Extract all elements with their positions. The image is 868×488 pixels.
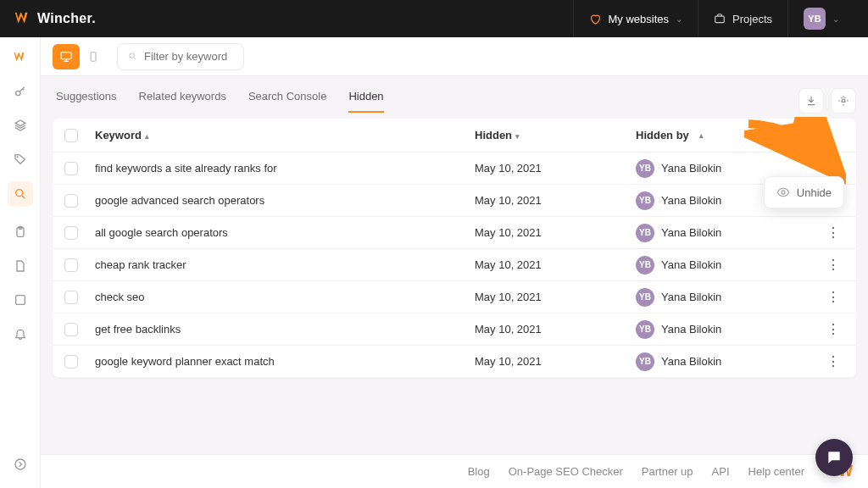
cell-hidden-date: May 10, 2021	[475, 194, 636, 207]
keywords-table: Keyword▴ Hidden▾ Hidden by▴ find keyword…	[53, 119, 856, 378]
column-hidden[interactable]: Hidden▾	[475, 129, 636, 141]
cell-hidden-by: YBYana Bilokin	[636, 288, 822, 307]
avatar: YB	[636, 320, 654, 339]
chevron-down-icon: ⌄	[832, 14, 839, 24]
avatar: YB	[804, 8, 826, 30]
footer: Blog On-Page SEO Checker Partner up API …	[41, 454, 868, 488]
table-row: all google search operatorsMay 10, 2021Y…	[53, 217, 856, 249]
row-menu-button[interactable]: ⋮	[822, 289, 844, 305]
svg-point-10	[130, 53, 135, 58]
wincher-icon[interactable]	[12, 49, 29, 66]
row-checkbox[interactable]	[64, 226, 78, 240]
svg-point-12	[782, 191, 785, 194]
footer-checker[interactable]: On-Page SEO Checker	[509, 465, 623, 478]
row-checkbox[interactable]	[64, 355, 78, 369]
brand-logo[interactable]: Wincher.	[14, 9, 96, 28]
avatar: YB	[636, 191, 654, 210]
table-row: check seoMay 10, 2021YBYana Bilokin⋮	[53, 281, 856, 313]
svg-point-3	[15, 190, 22, 197]
column-keyword[interactable]: Keyword▴	[95, 129, 475, 141]
footer-partner[interactable]: Partner up	[642, 465, 693, 478]
search-icon[interactable]	[8, 181, 33, 207]
sort-asc-icon: ▴	[699, 131, 704, 140]
desktop-toggle[interactable]	[53, 44, 80, 69]
filter-input[interactable]	[144, 50, 233, 63]
projects-button[interactable]: Projects	[698, 0, 787, 37]
download-button[interactable]	[798, 88, 824, 114]
table-row: cheap rank trackerMay 10, 2021YBYana Bil…	[53, 249, 856, 281]
table-row: find keywords a site already ranks forMa…	[53, 152, 856, 185]
note-icon[interactable]	[12, 291, 29, 308]
row-checkbox[interactable]	[64, 162, 78, 175]
row-checkbox[interactable]	[64, 258, 78, 272]
avatar: YB	[636, 256, 654, 274]
table-row: get free backlinksMay 10, 2021YBYana Bil…	[53, 313, 856, 346]
select-all-checkbox[interactable]	[64, 129, 78, 142]
cell-hidden-date: May 10, 2021	[475, 162, 636, 175]
heart-icon	[589, 13, 602, 25]
brand-text: Wincher.	[37, 11, 96, 26]
my-websites-button[interactable]: My websites ⌄	[573, 0, 698, 37]
row-checkbox[interactable]	[64, 291, 78, 304]
footer-help[interactable]: Help center	[748, 465, 804, 478]
cell-hidden-date: May 10, 2021	[475, 291, 636, 303]
file-icon[interactable]	[12, 258, 29, 274]
tab-console[interactable]: Search Console	[248, 90, 327, 113]
row-checkbox[interactable]	[64, 323, 78, 336]
sort-asc-icon: ▴	[145, 132, 149, 141]
chevron-down-icon: ⌄	[676, 14, 682, 24]
chat-button[interactable]	[815, 439, 853, 476]
svg-point-7	[15, 459, 25, 469]
cell-keyword: get free backlinks	[95, 323, 475, 336]
expand-icon[interactable]	[12, 456, 29, 473]
footer-api[interactable]: API	[712, 465, 730, 478]
wincher-mark-icon	[14, 9, 32, 28]
unhide-popover[interactable]: Unhide	[764, 176, 844, 208]
unhide-label: Unhide	[797, 186, 832, 199]
tab-hidden[interactable]: Hidden	[348, 90, 383, 113]
tabs: Suggestions Related keywords Search Cons…	[53, 90, 384, 113]
cell-keyword: google keyword planner exact match	[95, 355, 475, 368]
table-header: Keyword▴ Hidden▾ Hidden by▴	[53, 119, 856, 152]
account-menu[interactable]: YB ⌄	[787, 0, 854, 37]
tab-related[interactable]: Related keywords	[139, 90, 226, 113]
my-websites-label: My websites	[609, 13, 670, 25]
search-icon	[128, 51, 137, 62]
svg-point-1	[15, 91, 19, 95]
avatar: YB	[636, 288, 654, 307]
svg-rect-0	[715, 16, 725, 23]
svg-rect-9	[91, 52, 96, 61]
cell-keyword: find keywords a site already ranks for	[95, 162, 475, 175]
mobile-toggle[interactable]	[80, 44, 107, 69]
eye-icon	[776, 186, 790, 199]
row-menu-button[interactable]: ⋮	[822, 321, 844, 337]
tab-suggestions[interactable]: Suggestions	[56, 90, 117, 113]
briefcase-icon	[714, 13, 726, 25]
filter-input-container[interactable]	[117, 43, 244, 70]
tag-icon[interactable]	[12, 151, 29, 168]
cell-hidden-date: May 10, 2021	[475, 355, 636, 368]
cell-hidden-by: YBYana Bilokin	[636, 320, 822, 339]
row-menu-button[interactable]: ⋮	[822, 353, 844, 369]
clipboard-icon[interactable]	[12, 224, 29, 241]
table-row: google advanced search operatorsMay 10, …	[53, 185, 856, 217]
main-panel: Suggestions Related keywords Search Cons…	[41, 76, 868, 454]
avatar: YB	[636, 352, 654, 371]
row-menu-button[interactable]: ⋮	[822, 257, 844, 273]
row-menu-button[interactable]: ⋮	[822, 225, 844, 241]
device-toggle	[53, 44, 107, 69]
toolbar	[41, 37, 868, 76]
bell-icon[interactable]	[12, 325, 29, 342]
layers-icon[interactable]	[12, 117, 29, 134]
row-checkbox[interactable]	[64, 194, 78, 208]
settings-button[interactable]	[831, 88, 856, 114]
column-hidden-by[interactable]: Hidden by▴	[636, 129, 822, 141]
row-menu-button[interactable]: ⋮	[822, 160, 844, 176]
left-sidebar	[0, 37, 41, 488]
key-icon[interactable]	[12, 83, 29, 100]
projects-label: Projects	[732, 13, 772, 25]
cell-hidden-by: YBYana Bilokin	[636, 224, 822, 242]
svg-point-2	[16, 156, 18, 158]
footer-blog[interactable]: Blog	[468, 465, 490, 478]
top-header: Wincher. My websites ⌄ Projects YB ⌄	[0, 0, 868, 37]
